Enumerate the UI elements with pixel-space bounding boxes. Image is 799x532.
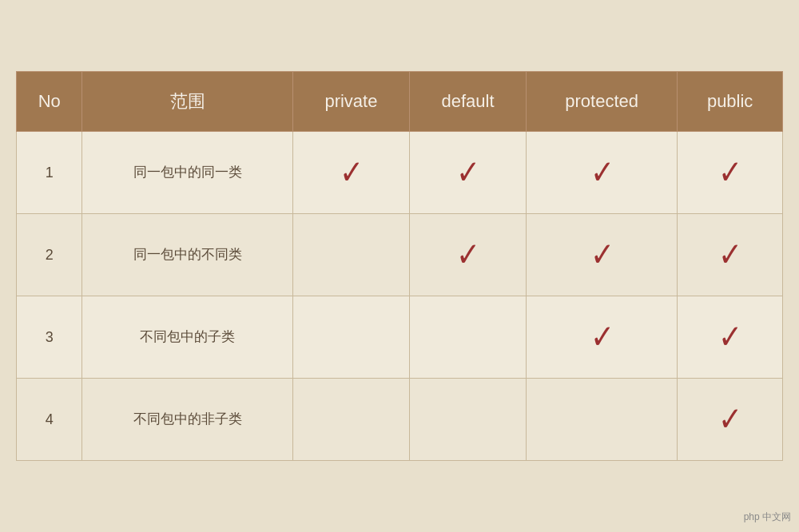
check-icon — [456, 156, 480, 189]
table-row: 2同一包中的不同类 — [17, 214, 783, 296]
cell-default — [409, 296, 526, 379]
table-row: 3不同包中的子类 — [17, 296, 783, 379]
cell-public — [678, 379, 783, 461]
check-icon — [718, 320, 742, 354]
check-icon — [718, 403, 742, 436]
cell-default — [409, 214, 526, 296]
cell-scope: 不同包中的子类 — [82, 296, 292, 379]
table-header-row: No 范围 private default protected public — [17, 72, 783, 132]
cell-private — [292, 296, 409, 379]
cell-no: 2 — [17, 214, 82, 296]
cell-public — [678, 132, 783, 214]
cell-no: 1 — [17, 132, 82, 214]
cell-scope: 同一包中的不同类 — [82, 214, 292, 296]
cell-no: 4 — [17, 379, 82, 461]
cell-scope: 同一包中的同一类 — [82, 132, 292, 214]
cell-private — [292, 214, 409, 296]
table-row: 1同一包中的同一类 — [17, 132, 783, 214]
cell-protected — [527, 214, 678, 296]
check-icon — [590, 320, 614, 354]
check-icon — [340, 156, 364, 189]
cell-default — [409, 379, 526, 461]
cell-private — [292, 132, 409, 214]
cell-private — [292, 379, 409, 461]
header-scope: 范围 — [82, 72, 292, 132]
table-row: 4不同包中的非子类 — [17, 379, 783, 461]
check-icon — [456, 238, 480, 272]
cell-scope: 不同包中的非子类 — [82, 379, 292, 461]
check-icon — [718, 238, 742, 272]
cell-public — [678, 296, 783, 379]
header-no: No — [17, 72, 82, 132]
cell-protected — [527, 296, 678, 379]
check-icon — [590, 238, 614, 272]
check-icon — [590, 156, 614, 189]
cell-no: 3 — [17, 296, 82, 379]
header-public: public — [678, 72, 783, 132]
header-protected: protected — [527, 72, 678, 132]
check-icon — [718, 156, 742, 189]
cell-protected — [527, 379, 678, 461]
cell-default — [409, 132, 526, 214]
access-modifier-table: No 范围 private default protected public 1… — [16, 71, 783, 461]
cell-public — [678, 214, 783, 296]
header-default: default — [409, 72, 526, 132]
cell-protected — [527, 132, 678, 214]
watermark: php 中文网 — [744, 510, 791, 524]
header-private: private — [292, 72, 409, 132]
